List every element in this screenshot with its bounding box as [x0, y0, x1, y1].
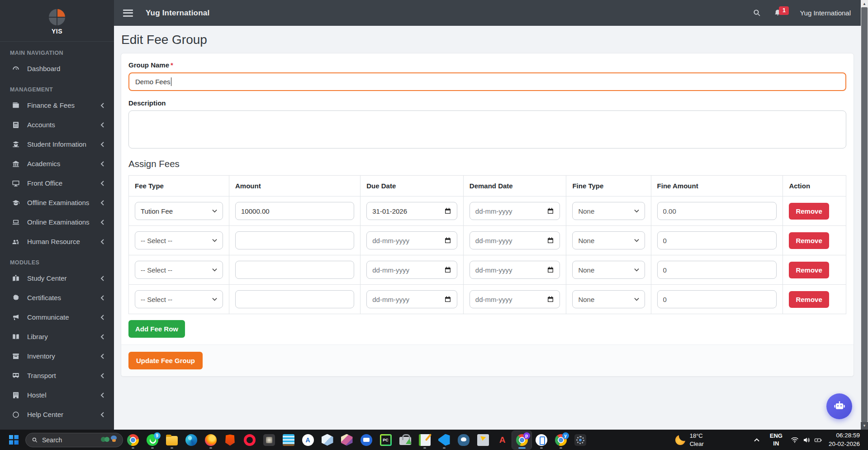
remove-row-button[interactable]: Remove [789, 232, 829, 249]
sidebar-item-library[interactable]: Library [0, 327, 114, 346]
sidebar-item-inventory[interactable]: Inventory [0, 346, 114, 366]
fine-type-select[interactable]: None [572, 202, 645, 220]
clock-widget[interactable]: 06:28:59 20-02-2026 [829, 431, 860, 448]
hamburger-menu-icon[interactable] [123, 8, 133, 18]
start-button[interactable] [5, 431, 23, 449]
demand-date-input[interactable]: dd-mm-yyyy [470, 231, 560, 249]
whatsapp-taskbar-icon[interactable]: 9 [142, 431, 162, 449]
sidebar-item-dashboard[interactable]: Dashboard [0, 59, 114, 78]
app-logo[interactable]: YIS [0, 0, 114, 42]
demand-date-input[interactable]: dd-mm-yyyy [470, 290, 560, 308]
sidebar-item-finance-fees[interactable]: Finance & Fees [0, 96, 114, 115]
sidebar-item-certificates[interactable]: Certificates [0, 288, 114, 307]
remove-row-button[interactable]: Remove [789, 203, 829, 220]
amount-input[interactable] [235, 290, 354, 308]
sidebar-item-offline-examinations[interactable]: Offline Examinations [0, 193, 114, 212]
sidebar-item-transport[interactable]: Transport [0, 366, 114, 385]
user-menu[interactable]: Yug International [800, 9, 851, 17]
chrome-icon: p [516, 434, 528, 446]
sidebar-item-help-center[interactable]: Help Center [0, 405, 114, 424]
chrome-taskbar-icon[interactable] [123, 431, 142, 449]
prism-taskbar-icon[interactable] [337, 431, 356, 449]
postgresql-taskbar-icon[interactable] [454, 431, 473, 449]
tray-chevron-up-icon[interactable] [754, 438, 760, 442]
fee-type-select[interactable]: -- Select -- [135, 290, 223, 308]
sidebar-item-student-information[interactable]: Student Information [0, 134, 114, 154]
fine-type-select[interactable]: None [572, 231, 645, 249]
brave-taskbar-icon[interactable] [220, 431, 240, 449]
col-amount: Amount [229, 176, 360, 196]
description-textarea[interactable] [128, 110, 846, 148]
sidebar-item-online-examinations[interactable]: Online Examinations [0, 212, 114, 232]
taskbar-search-input[interactable]: Search [25, 433, 123, 447]
weather-widget[interactable]: 18°C Clear [675, 432, 704, 448]
sidebar-item-label: Offline Examinations [27, 199, 89, 206]
netbeans-taskbar-icon[interactable] [298, 431, 318, 449]
update-fee-group-button[interactable]: Update Fee Group [128, 352, 203, 369]
sidebar-item-accounts[interactable]: Accounts [0, 115, 114, 134]
firefox-taskbar-icon[interactable] [201, 431, 220, 449]
chrome-profile-y-taskbar-icon[interactable]: y [551, 431, 570, 449]
phonelink-taskbar-icon[interactable] [531, 431, 551, 449]
pycharm-taskbar-icon[interactable] [376, 431, 395, 449]
scrollbar-up-arrow-icon[interactable]: ▲ [861, 0, 868, 7]
remove-row-button[interactable]: Remove [789, 262, 829, 278]
scrollbar-thumb[interactable] [861, 7, 868, 422]
page-scrollbar[interactable]: ▲ ▼ [861, 0, 868, 430]
remove-row-button[interactable]: Remove [789, 291, 829, 308]
sidebar-item-hostel[interactable]: Hostel [0, 385, 114, 405]
demand-date-input[interactable]: dd-mm-yyyy [470, 261, 560, 279]
fine-type-select[interactable]: None [572, 261, 645, 279]
sidebar-item-front-office[interactable]: Front Office [0, 173, 114, 193]
explorer-taskbar-icon[interactable] [162, 431, 181, 449]
notifications-button[interactable]: 1 [773, 8, 783, 18]
settings-taskbar-icon[interactable] [570, 431, 590, 449]
opera-taskbar-icon[interactable] [240, 431, 259, 449]
fee-type-select[interactable]: -- Select -- [135, 231, 223, 249]
fee-type-select[interactable]: Tution Fee [135, 202, 223, 220]
add-fee-row-button[interactable]: Add Fee Row [128, 320, 185, 338]
notepad-taskbar-icon[interactable] [279, 431, 298, 449]
filezilla-taskbar-icon[interactable] [395, 431, 415, 449]
fine-amount-input[interactable]: 0.00 [657, 202, 777, 220]
notepadpp-taskbar-icon[interactable] [415, 431, 434, 449]
search-icon[interactable] [752, 8, 762, 18]
amount-input[interactable] [235, 231, 354, 249]
sidebar-item-academics[interactable]: Academics [0, 154, 114, 173]
tray-status-icons[interactable] [791, 436, 822, 444]
volume-icon [802, 436, 811, 444]
search-highlight-image [100, 434, 120, 446]
fee-type-select[interactable]: -- Select -- [135, 261, 223, 279]
table-row: -- Select -- dd-mm-yyyy dd-mm-yyyy None … [129, 255, 846, 285]
chrome-profile-p-taskbar-icon[interactable]: p [512, 431, 531, 449]
demand-date-input[interactable]: dd-mm-yyyy [470, 202, 560, 220]
fine-amount-input[interactable]: 0 [657, 231, 777, 249]
rdp-taskbar-icon[interactable] [259, 431, 279, 449]
calendar-icon [444, 237, 451, 244]
due-date-input[interactable]: dd-mm-yyyy [366, 290, 457, 308]
group-name-input[interactable]: Demo Fees [128, 72, 846, 91]
amount-input[interactable] [235, 261, 354, 279]
due-date-input[interactable]: dd-mm-yyyy [366, 261, 457, 279]
vscode-taskbar-icon[interactable] [434, 431, 454, 449]
due-date-input[interactable]: dd-mm-yyyy [366, 231, 457, 249]
fine-type-select[interactable]: None [572, 290, 645, 308]
sidebar-item-study-center[interactable]: Study Center [0, 268, 114, 288]
sidebar-item-human-resource[interactable]: Human Resource [0, 232, 114, 251]
nav-section-modules: MODULES [0, 251, 114, 268]
scrollbar-down-arrow-icon[interactable]: ▼ [861, 422, 868, 430]
edge-taskbar-icon[interactable] [181, 431, 201, 449]
anydesk-taskbar-icon[interactable] [493, 431, 512, 449]
teamviewer-taskbar-icon[interactable] [356, 431, 376, 449]
due-date-input[interactable]: 31-01-2026 [366, 202, 457, 220]
fine-amount-input[interactable]: 0 [657, 261, 777, 279]
fine-amount-input[interactable]: 0 [657, 290, 777, 308]
language-indicator[interactable]: ENG IN [770, 432, 783, 448]
vbox-taskbar-icon[interactable] [318, 431, 337, 449]
amount-input[interactable]: 10000.00 [235, 202, 354, 220]
pinned-apps: 9py [123, 431, 590, 449]
sqlyog-taskbar-icon[interactable] [473, 431, 493, 449]
windows-logo-icon [9, 435, 19, 445]
sidebar-item-communicate[interactable]: Communicate [0, 307, 114, 327]
chatbot-fab-button[interactable] [826, 393, 852, 419]
